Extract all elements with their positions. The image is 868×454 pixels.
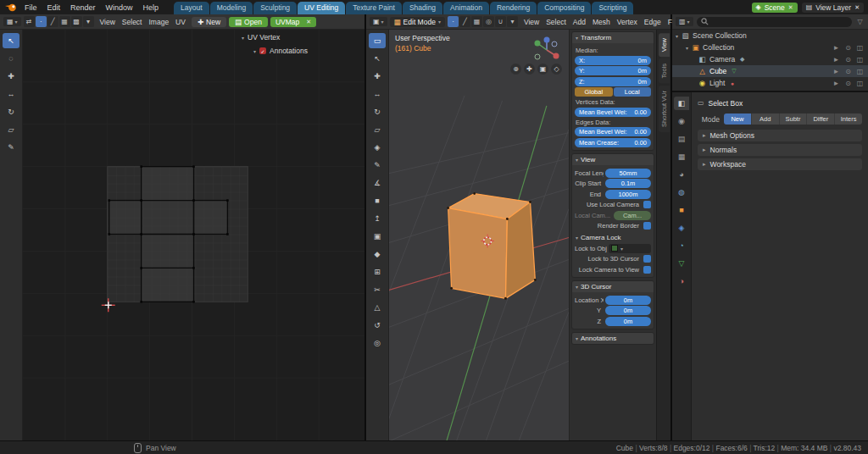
mean-crease-field[interactable]: Mean Crease:0.00	[575, 138, 651, 147]
move-tool[interactable]: ↔	[3, 86, 19, 102]
orientation-global[interactable]: Global	[575, 87, 613, 97]
cursor-x-field[interactable]: 0m	[605, 296, 651, 305]
vertex-select-mode-icon[interactable]: ∙	[448, 16, 459, 27]
workspace-tab-compositing[interactable]: Compositing	[537, 2, 591, 14]
active-tool-tab[interactable]: ◧	[674, 97, 689, 110]
workspace-tab-scripting[interactable]: Scripting	[592, 2, 633, 14]
cube-mesh[interactable]	[448, 194, 536, 299]
camera-view-gizmo-icon[interactable]: ▣	[537, 64, 548, 75]
vp-menu-select[interactable]: Select	[542, 17, 570, 27]
outliner-editor-type-button[interactable]: ▥▾	[676, 17, 693, 26]
focal-length-field[interactable]: 50mm	[605, 169, 651, 178]
hide-eye-icon[interactable]: ⊙	[843, 56, 853, 64]
uv-menu-select[interactable]: Select	[119, 17, 146, 27]
view-layer-tab[interactable]: ▦	[674, 150, 689, 163]
uv-menu-image[interactable]: Image	[145, 17, 172, 27]
transform-tool[interactable]: ◈	[369, 140, 386, 155]
expand-icon[interactable]: ▾	[686, 45, 688, 51]
hide-eye-icon[interactable]: ⊙	[843, 44, 853, 52]
extrude-region-tool[interactable]: ↥	[369, 211, 386, 226]
local-camera-field[interactable]: Cam...	[614, 211, 651, 220]
tweak-tool[interactable]: ↖	[369, 51, 386, 66]
select-toggle-icon[interactable]: ►	[832, 68, 841, 75]
view-panel-header[interactable]: ▾View	[572, 154, 654, 165]
uv-island-select-icon[interactable]: ▩	[71, 16, 82, 27]
outliner-row-camera[interactable]: ◧ Camera ◆ ► ⊙ ◫	[672, 53, 868, 65]
sidebar-tab-view[interactable]: View	[659, 33, 670, 57]
mode-differ[interactable]: Differ	[807, 114, 835, 125]
mode-add[interactable]: Add	[752, 114, 780, 125]
edges-mean-bevel-field[interactable]: Mean Bevel Wei:0.00	[575, 127, 651, 136]
add-cube-tool[interactable]: ■	[369, 193, 386, 208]
uv-sync-select-icon[interactable]: ⇄	[24, 16, 35, 27]
hide-eye-icon[interactable]: ⊙	[843, 68, 853, 75]
outliner-row-light[interactable]: ◉ Light ● ► ⊙ ◫	[672, 77, 868, 89]
select-toggle-icon[interactable]: ►	[832, 44, 841, 52]
rotate-tool[interactable]: ↻	[3, 104, 19, 119]
uv-menu-view[interactable]: View	[97, 17, 119, 27]
snap-dropdown-icon[interactable]: ▾	[507, 16, 518, 27]
move-tool[interactable]: ↔	[369, 86, 386, 102]
inset-faces-tool[interactable]: ▣	[369, 229, 386, 244]
uvmap-unlink-icon[interactable]: ✕	[306, 19, 311, 25]
scale-tool[interactable]: ▱	[3, 122, 19, 137]
blender-logo-icon[interactable]	[4, 3, 18, 13]
annotations-panel[interactable]: ▾ ✓ Annotations	[253, 47, 308, 55]
section-normals[interactable]: Normals	[698, 144, 862, 156]
uv-menu-uv[interactable]: UV	[172, 17, 189, 27]
section-mesh-options[interactable]: Mesh Options	[698, 130, 862, 141]
sticky-select-dropdown-icon[interactable]: ▾	[83, 16, 94, 27]
select-toggle-icon[interactable]: ►	[832, 80, 841, 87]
workspace-tab-modeling[interactable]: Modeling	[210, 2, 253, 14]
annotations-checkbox[interactable]: ✓	[259, 47, 266, 54]
hide-eye-icon[interactable]: ⊙	[843, 80, 853, 87]
vp-menu-vertex[interactable]: Vertex	[614, 17, 641, 27]
sidebar-tab-shortcut-vur[interactable]: Shortcut VUr	[659, 86, 670, 132]
outliner-row-scene-collection[interactable]: ▾ ▧ Scene Collection	[672, 30, 868, 42]
proportional-edit-icon[interactable]: ◎	[483, 16, 494, 27]
render-tab[interactable]: ◉	[674, 114, 689, 128]
object-data-tab[interactable]: ▽	[674, 257, 689, 270]
open-image-button[interactable]: ▤ Open	[229, 17, 268, 27]
edge-select-mode-icon[interactable]: ╱	[459, 16, 470, 27]
snap-magnet-icon[interactable]: ∪	[495, 16, 506, 27]
vp-menu-add[interactable]: Add	[570, 17, 589, 27]
output-tab[interactable]: ▤	[674, 132, 689, 146]
face-select-mode-icon[interactable]: ▦	[471, 16, 482, 27]
select-circle-tool[interactable]: ◌	[3, 51, 19, 66]
expand-icon[interactable]: ▾	[676, 33, 678, 39]
select-box-tool[interactable]: ▭	[369, 33, 386, 48]
mode-new[interactable]: New	[724, 114, 752, 125]
workspace-tab-layout[interactable]: Layout	[174, 2, 209, 14]
view-layer-unlink-icon[interactable]: ✕	[854, 4, 860, 11]
pan-gizmo-icon[interactable]: ✚	[524, 64, 535, 75]
cursor-3d-panel-header[interactable]: ▾3D Cursor	[572, 281, 654, 292]
workspace-tab-rendering[interactable]: Rendering	[490, 2, 537, 14]
outliner-search-input[interactable]	[697, 17, 852, 27]
menu-window[interactable]: Window	[101, 3, 138, 13]
workspace-tab-texture-paint[interactable]: Texture Paint	[346, 2, 402, 14]
mode-selector[interactable]: ▦ Edit Mode ▾	[390, 17, 445, 27]
uv-vertex-select-icon[interactable]: ∙	[36, 16, 47, 27]
workspace-tab-uv-editing[interactable]: UV Editing	[298, 2, 345, 14]
scene-selector[interactable]: ◈ Scene ✕	[752, 3, 798, 13]
uv-face-select-icon[interactable]: ▦	[59, 16, 70, 27]
render-border-checkbox[interactable]	[643, 222, 651, 230]
workspace-tab-sculpting[interactable]: Sculpting	[253, 2, 297, 14]
sidebar-tab-tools[interactable]: Tools	[659, 58, 670, 84]
viewport-canvas[interactable]: User Perspective (161) Cube ⊕✚▣◇	[389, 30, 569, 441]
cursor-y-field[interactable]: 0m	[605, 306, 651, 315]
filter-icon[interactable]: ▽	[855, 18, 865, 25]
modifiers-tab[interactable]: ◈	[674, 221, 689, 235]
menu-edit[interactable]: Edit	[42, 3, 66, 13]
measure-tool[interactable]: ∡	[369, 175, 386, 191]
use-local-camera-checkbox[interactable]	[643, 201, 651, 208]
mode-subtr[interactable]: Subtr	[780, 114, 808, 125]
lock-camera-view-checkbox[interactable]	[643, 266, 651, 274]
outliner-row-cube[interactable]: △ Cube ▽ ► ⊙ ◫	[672, 65, 868, 77]
tweak-select-tool[interactable]: ↖	[3, 33, 19, 48]
zoom-gizmo-icon[interactable]: ⊕	[510, 64, 521, 75]
annotations-panel-header[interactable]: ▾Annotations	[572, 333, 654, 344]
render-visibility-icon[interactable]: ◫	[855, 80, 865, 87]
menu-help[interactable]: Help	[138, 3, 164, 13]
